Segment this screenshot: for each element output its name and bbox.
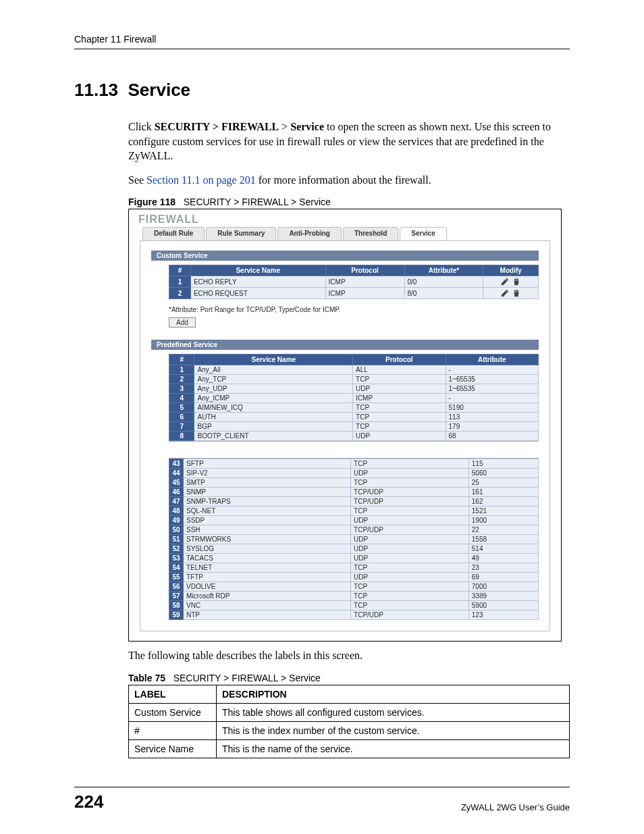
tab-bar: Default Rule Rule Summary Anti-Probing T… — [129, 227, 561, 240]
table-row: Custom Service This table shows all conf… — [129, 703, 570, 721]
table-row: 51STRMWORKSUDP1558 — [169, 535, 539, 544]
intro-paragraph-2: See Section 11.1 on page 201 for more in… — [128, 173, 570, 188]
table-row: 47SNMP-TRAPSTCP/UDP162 — [169, 497, 539, 506]
col-attribute: Attribute — [446, 355, 538, 365]
table-row: 2Any_TCPTCP1~65535 — [169, 375, 539, 384]
predefined-service-table-bottom: 43SFTPTCP11544SIP-V2UDP506045SMTPTCP2546… — [169, 459, 539, 620]
predefined-service-bar: Predefined Service — [151, 340, 539, 350]
table-row: 50SSHTCP/UDP22 — [169, 525, 539, 535]
table-row: 55TFTPUDP69 — [169, 573, 539, 582]
table-row: 46SNMPTCP/UDP161 — [169, 488, 539, 497]
table-caption: Table 75 SECURITY > FIREWALL > Service — [128, 673, 570, 683]
edit-icon[interactable] — [500, 289, 510, 296]
attribute-note: *Attribute: Port Range for TCP/UDP, Type… — [169, 306, 539, 313]
col-num: # — [169, 265, 191, 276]
table-row: 6AUTHTCP113 — [169, 413, 539, 422]
table-row: 49SSDPUDP1900 — [169, 516, 539, 525]
table-row: 44SIP-V2UDP5060 — [169, 469, 539, 478]
cross-ref-link[interactable]: Section 11.1 on page 201 — [146, 174, 256, 186]
table-row: 56VDOLIVETCP7000 — [169, 582, 539, 592]
table-row: 1 ECHO REPLY ICMP 0/0 — [169, 276, 539, 288]
table-row: 54TELNETTCP23 — [169, 563, 539, 573]
col-modify: Modify — [483, 265, 539, 276]
tab-anti-probing[interactable]: Anti-Probing — [277, 227, 342, 240]
edit-icon[interactable] — [500, 278, 510, 285]
table-row: 52SYSLOGUDP514 — [169, 544, 539, 554]
add-button[interactable]: Add — [169, 317, 196, 328]
intro-paragraph-1: Click SECURITY > FIREWALL > Service to o… — [128, 120, 570, 163]
tab-rule-summary[interactable]: Rule Summary — [206, 227, 276, 240]
tab-threshold[interactable]: Threshold — [343, 227, 398, 240]
table-row: Service Name This is the name of the ser… — [129, 739, 570, 758]
col-protocol: Protocol — [325, 265, 404, 276]
table-intro: The following table describes the labels… — [128, 648, 570, 663]
table-row: 43SFTPTCP115 — [169, 459, 539, 469]
col-num: # — [169, 355, 194, 365]
col-protocol: Protocol — [353, 355, 446, 365]
section-heading: 11.13 Service — [74, 80, 570, 101]
col-attribute: Attribute* — [404, 265, 483, 276]
table-row: 8BOOTP_CLIENTUDP68 — [169, 432, 539, 441]
table-row: 2 ECHO REQUEST ICMP 8/0 — [169, 288, 539, 299]
delete-icon[interactable] — [512, 278, 521, 285]
desc-header-label: LABEL — [129, 685, 217, 703]
delete-icon[interactable] — [512, 289, 521, 296]
figure-caption: Figure 118 SECURITY > FIREWALL > Service — [128, 197, 570, 207]
table-row: 7BGPTCP179 — [169, 422, 539, 432]
page-footer: 224 ZyWALL 2WG User’s Guide — [74, 787, 570, 812]
col-service-name: Service Name — [194, 355, 353, 365]
col-service-name: Service Name — [190, 265, 325, 276]
table-row: 1Any_AllALL- — [169, 365, 539, 375]
page-number: 224 — [74, 791, 103, 812]
section-title: Service — [128, 80, 191, 100]
table-row: 4Any_ICMPICMP- — [169, 394, 539, 403]
table-row: 3Any_UDPUDP1~65535 — [169, 384, 539, 394]
table-row: 53TACACSUDP49 — [169, 554, 539, 563]
firewall-screenshot: FIREWALL Default Rule Rule Summary Anti-… — [128, 209, 562, 642]
firewall-title: FIREWALL — [129, 209, 561, 227]
description-table: LABEL DESCRIPTION Custom Service This ta… — [128, 685, 570, 758]
section-number: 11.13 — [74, 80, 118, 100]
service-panel: Custom Service # Service Name Protocol A… — [140, 240, 550, 631]
table-row: 5AIM/NEW_ICQTCP5190 — [169, 403, 539, 413]
table-row: # This is the index number of the custom… — [129, 721, 570, 739]
running-header: Chapter 11 Firewall — [74, 34, 570, 49]
desc-header-description: DESCRIPTION — [217, 685, 570, 703]
predefined-service-table-top: # Service Name Protocol Attribute 1Any_A… — [169, 354, 539, 441]
table-row: 45SMTPTCP25 — [169, 478, 539, 488]
table-row: 57Microsoft RDPTCP3389 — [169, 592, 539, 601]
page-tear — [169, 441, 539, 459]
table-row: 58VNCTCP5900 — [169, 601, 539, 610]
table-row: 59NTPTCP/UDP123 — [169, 610, 539, 620]
guide-title: ZyWALL 2WG User’s Guide — [461, 802, 570, 812]
tab-service[interactable]: Service — [400, 227, 447, 240]
custom-service-bar: Custom Service — [151, 251, 539, 261]
custom-service-table: # Service Name Protocol Attribute* Modif… — [169, 265, 539, 299]
table-row: 48SQL-NETTCP1521 — [169, 506, 539, 516]
tab-default-rule[interactable]: Default Rule — [142, 227, 205, 240]
